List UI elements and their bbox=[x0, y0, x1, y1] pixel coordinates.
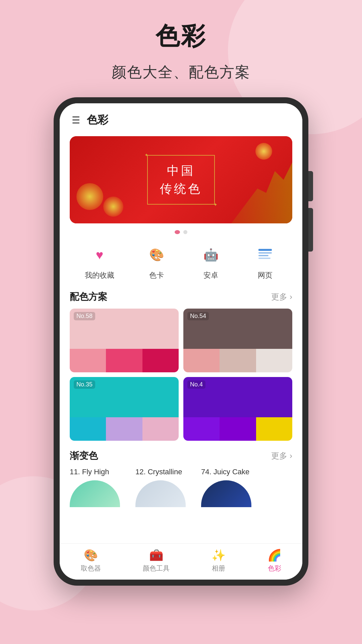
gradient-card-11[interactable]: 11. Fly High bbox=[70, 468, 130, 507]
banner-title-line2: 传统色 bbox=[160, 180, 202, 198]
palette-no-58: No.58 bbox=[74, 312, 95, 320]
banner-dots bbox=[60, 230, 302, 234]
phone-screen: ☰ 色彩 中国 bbox=[60, 103, 302, 580]
palette-58-swatches bbox=[70, 349, 179, 372]
palette-35-swatches bbox=[70, 417, 179, 441]
page-title: 色彩 bbox=[0, 20, 362, 52]
side-button-right2 bbox=[308, 208, 313, 252]
bottom-nav: 🎨 取色器 🧰 颜色工具 ✨ 相册 🌈 色彩 bbox=[60, 543, 302, 580]
palette-4-swatches bbox=[183, 417, 292, 441]
gradient-74-circle bbox=[201, 480, 251, 507]
color-card-icon: 🎨 bbox=[144, 243, 169, 267]
nav-color-picker[interactable]: 🎨 取色器 bbox=[81, 548, 101, 573]
gradient-card-12[interactable]: 12. Crystalline bbox=[135, 468, 196, 507]
palette-no-4: No.4 bbox=[187, 380, 205, 389]
page-subtitle: 颜色大全、配色方案 bbox=[0, 62, 362, 82]
phone-frame: ☰ 色彩 中国 bbox=[54, 97, 308, 586]
nav-album-label: 相册 bbox=[212, 564, 225, 573]
gradient-card-74[interactable]: 74. Juicy Cake bbox=[201, 468, 261, 507]
nav-color[interactable]: 🌈 色彩 bbox=[267, 548, 282, 573]
scroll-area[interactable]: 中国 传统色 ♥ 我的收藏 bbox=[60, 133, 302, 543]
palette-card-35[interactable]: No.35 bbox=[70, 377, 179, 441]
palette-card-58[interactable]: No.58 bbox=[70, 309, 179, 372]
gradient-12-circle bbox=[135, 480, 186, 507]
gradient-section-title: 渐变色 bbox=[70, 449, 98, 462]
color-nav-icon: 🌈 bbox=[267, 548, 282, 562]
gradient-more-link[interactable]: 更多 › bbox=[271, 450, 292, 461]
category-favorites-label: 我的收藏 bbox=[85, 270, 114, 280]
svg-rect-1 bbox=[258, 252, 272, 254]
banner-dot-2[interactable] bbox=[183, 230, 187, 234]
nav-color-label: 色彩 bbox=[268, 564, 281, 573]
gradient-11-circle bbox=[70, 480, 120, 507]
category-android-label: 安卓 bbox=[203, 270, 218, 280]
gradient-11-title: 11. Fly High bbox=[70, 468, 130, 476]
category-web[interactable]: 网页 bbox=[253, 243, 277, 280]
palette-no-35: No.35 bbox=[74, 380, 95, 389]
firework-2 bbox=[103, 197, 123, 217]
web-icon bbox=[253, 243, 277, 267]
album-icon: ✨ bbox=[212, 548, 226, 562]
page-header: 色彩 颜色大全、配色方案 bbox=[0, 0, 362, 82]
heart-icon: ♥ bbox=[87, 243, 112, 267]
firework-1 bbox=[76, 183, 103, 210]
app-content: ☰ 色彩 中国 bbox=[60, 103, 302, 580]
hamburger-icon[interactable]: ☰ bbox=[72, 115, 80, 126]
palette-card-54[interactable]: No.54 bbox=[183, 309, 292, 372]
svg-rect-2 bbox=[258, 255, 268, 256]
category-color-card[interactable]: 🎨 色卡 bbox=[144, 243, 169, 280]
banner[interactable]: 中国 传统色 bbox=[70, 136, 292, 223]
top-bar: ☰ 色彩 bbox=[60, 103, 302, 133]
banner-dot-1[interactable] bbox=[175, 230, 180, 234]
gradient-74-title: 74. Juicy Cake bbox=[201, 468, 261, 476]
category-favorites[interactable]: ♥ 我的收藏 bbox=[85, 243, 114, 280]
svg-rect-3 bbox=[258, 258, 270, 259]
svg-rect-0 bbox=[258, 249, 272, 251]
palette-section-header: 配色方案 更多 › bbox=[60, 287, 302, 309]
nav-color-picker-label: 取色器 bbox=[81, 564, 101, 573]
palette-no-54: No.54 bbox=[187, 312, 209, 320]
palette-grid: No.58 No.54 bbox=[60, 309, 302, 446]
gradient-section-header: 渐变色 更多 › bbox=[60, 446, 302, 468]
android-icon: 🤖 bbox=[199, 243, 223, 267]
category-android[interactable]: 🤖 安卓 bbox=[199, 243, 223, 280]
gradient-section: 11. Fly High 12. Crystalline 74. Juicy C… bbox=[60, 468, 302, 514]
category-color-card-label: 色卡 bbox=[149, 270, 164, 280]
nav-color-tools[interactable]: 🧰 颜色工具 bbox=[143, 548, 170, 573]
color-tools-icon: 🧰 bbox=[149, 548, 163, 562]
palette-card-4[interactable]: No.4 bbox=[183, 377, 292, 441]
color-picker-icon: 🎨 bbox=[84, 548, 98, 562]
banner-text-box: 中国 传统色 bbox=[147, 155, 215, 205]
palette-section-title: 配色方案 bbox=[70, 290, 107, 303]
banner-title-line1: 中国 bbox=[160, 162, 202, 180]
firework-3 bbox=[255, 143, 272, 160]
phone-mockup: ☰ 色彩 中国 bbox=[54, 97, 308, 586]
category-row: ♥ 我的收藏 🎨 色卡 🤖 安卓 bbox=[60, 237, 302, 287]
palette-54-swatches bbox=[183, 349, 292, 372]
nav-color-tools-label: 颜色工具 bbox=[143, 564, 170, 573]
banner-inner: 中国 传统色 bbox=[70, 136, 292, 223]
palette-more-link[interactable]: 更多 › bbox=[271, 291, 292, 302]
gradient-12-title: 12. Crystalline bbox=[135, 468, 196, 476]
category-web-label: 网页 bbox=[258, 270, 273, 280]
gradient-cards: 11. Fly High 12. Crystalline 74. Juicy C… bbox=[70, 468, 292, 507]
side-button-right bbox=[308, 171, 313, 201]
app-title: 色彩 bbox=[87, 113, 108, 127]
nav-album[interactable]: ✨ 相册 bbox=[212, 548, 226, 573]
